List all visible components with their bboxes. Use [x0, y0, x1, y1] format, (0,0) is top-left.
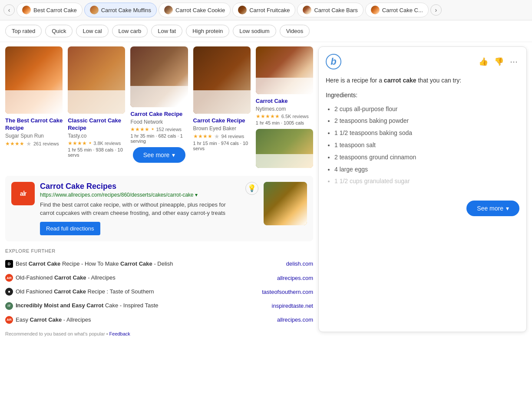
main-area: The Best Carrot Cake Recipe Sugar Spun R… [0, 42, 532, 336]
tab-label-best-carrot-cake: Best Carrot Cake [33, 7, 77, 13]
tab-icon-carrot-cake-c [371, 6, 380, 14]
review-count-4: 94 reviews [221, 134, 245, 139]
explore-domain-allrecipes-old: allrecipes.com [277, 275, 313, 281]
explore-domain-taste-southern: tasteofsouthern.com [262, 289, 313, 295]
tab-icon-carrot-cake-bars [303, 6, 311, 14]
recipe-meta-2: 1 hr 55 min · 938 cals · 10 servs [68, 147, 125, 158]
explore-icon-inspired-taste: IT [5, 302, 13, 310]
tab-icon-best-carrot-cake [22, 6, 31, 14]
tab-icon-carrot-cake-cookie [164, 6, 173, 14]
allrecipes-logo-text: aⅼr [20, 190, 26, 197]
explore-item-easy-carrot-cake[interactable]: AR Easy Carrot Cake - Allrecipes allreci… [5, 313, 313, 327]
read-directions-button[interactable]: Read full directions [40, 222, 100, 235]
filter-videos[interactable]: Videos [280, 25, 310, 37]
tab-prev-button[interactable]: ‹ [3, 4, 15, 16]
half-star-2: ★ [89, 141, 92, 145]
tab-next-button[interactable]: › [430, 4, 442, 16]
filter-low-cal[interactable]: Low cal [76, 25, 108, 37]
recipe-image-nytimes [256, 46, 313, 94]
explore-item-allrecipes-old-fashioned[interactable]: AR Old-Fashioned Carrot Cake - Allrecipe… [5, 271, 313, 285]
recipe-image-beb [193, 46, 251, 114]
tab-item-carrot-cake-bars[interactable]: Carrot Cake Bars [297, 3, 363, 17]
explore-icon-easy-carrot: AR [5, 316, 13, 324]
recipe-title-3: Carrot Cake Recipe [130, 111, 188, 118]
tab-item-carrot-cake-c[interactable]: Carrot Cake C... [365, 3, 429, 17]
filter-top-rated[interactable]: Top rated [5, 25, 42, 37]
see-more-button[interactable]: See more ▾ [133, 147, 186, 163]
tab-item-best-carrot-cake[interactable]: Best Carrot Cake [17, 3, 83, 17]
rating-row-3: ★★★★★ 152 reviews [130, 126, 188, 132]
explore-item-delish[interactable]: D Best Carrot Cake Recipe - How To Make … [5, 257, 313, 271]
recipe-source-2: Tasty.co [68, 133, 125, 139]
ai-panel: b 👍 👎 ⋯ Here is a recipe for a carrot ca… [318, 46, 527, 332]
review-count-3: 152 reviews [156, 127, 182, 132]
ai-ingredient-4: 2 teaspoons ground cinnamon [334, 152, 519, 163]
recipe-meta-3: 1 hr 35 min · 682 cals · 1 serving [130, 133, 188, 144]
feedback-link[interactable]: Feedback [109, 331, 130, 336]
filter-quick[interactable]: Quick [45, 25, 73, 37]
explore-text-inspired-taste: Incredibly Moist and Easy Carrot Cake - … [16, 302, 159, 309]
tab-label-carrot-fruitcake: Carrot Fruitcake [249, 7, 290, 13]
ai-actions: 👍 👎 ⋯ [477, 55, 519, 68]
recommendation-text: Recommended to you based on what's popul… [5, 331, 109, 336]
review-count-5: 6.5K reviews [281, 114, 309, 119]
tab-item-carrot-fruitcake[interactable]: Carrot Fruitcake [232, 3, 295, 17]
filter-high-protein[interactable]: High protein [186, 25, 229, 37]
recipe-image-best-carrot-cake [5, 46, 63, 114]
star-empty-1: ★ [26, 140, 32, 147]
recipe-card-food-network[interactable]: Carrot Cake Recipe Food Network ★★★★★ 15… [128, 46, 190, 171]
thumbup-icon: 👍 [479, 57, 488, 66]
frosting-overlay-5 [256, 78, 313, 95]
recipe-card-best-carrot-cake[interactable]: The Best Carrot Cake Recipe Sugar Spun R… [5, 46, 65, 171]
recipe-source-5: Nytimes.com [256, 106, 313, 112]
lightbulb-icon: 💡 [248, 184, 256, 192]
recommendation-note: Recommended to you based on what's popul… [5, 331, 313, 336]
star-empty-4: ★ [214, 133, 220, 140]
stars-2: ★★★★ [68, 140, 87, 146]
recipe-image-classic [68, 46, 125, 114]
tab-item-carrot-cake-cookie[interactable]: Carrot Cake Cookie [159, 3, 231, 17]
tab-icon-carrot-cake-muffins [90, 6, 99, 14]
recipe-title-4: Carrot Cake Recipe [193, 117, 251, 125]
tab-label-carrot-cake-cookie: Carrot Cake Cookie [175, 7, 225, 13]
ai-thumbdown-button[interactable]: 👎 [492, 55, 506, 68]
recipe-card-brown-eyed-baker[interactable]: Carrot Cake Recipe Brown Eyed Baker ★★★★… [191, 46, 253, 171]
ai-more-button[interactable]: ⋯ [508, 55, 519, 68]
explore-domain-delish: delish.com [286, 260, 313, 267]
ai-see-more-chevron-icon: ▾ [506, 205, 509, 212]
ai-ingredient-6: 1 1/2 cups granulated sugar [334, 176, 519, 187]
explore-link-easy-carrot: AR Easy Carrot Cake - Allrecipes [5, 316, 274, 324]
recipe-title-5: Carrot Cake [256, 98, 313, 105]
allrecipes-url: https://www.allrecipes.com/recipes/860/d… [40, 192, 240, 198]
recipe-title-1: The Best Carrot Cake Recipe [5, 117, 63, 132]
ai-see-more-label: See more [477, 205, 503, 212]
tab-item-carrot-cake-muffins[interactable]: Carrot Cake Muffins [84, 3, 157, 17]
frosting-overlay [5, 90, 63, 114]
lightbulb-button[interactable]: 💡 [245, 182, 258, 195]
allrecipes-thumbnail [264, 182, 307, 225]
filter-low-sodium[interactable]: Low sodium [233, 25, 276, 37]
ai-ingredients-list: 2 cups all-purpose flour 2 teaspoons bak… [326, 104, 519, 187]
stars-3: ★★★★ [130, 126, 149, 132]
explore-item-taste-southern[interactable]: ● Old Fashioned Carrot Cake Recipe : Tas… [5, 285, 313, 299]
allrecipes-title[interactable]: Carrot Cake Recipes [40, 182, 240, 191]
recipe-card-nytimes[interactable]: Carrot Cake Nytimes.com ★★★★★ 6.5K revie… [253, 46, 313, 171]
half-star-3: ★ [151, 127, 154, 131]
explore-link-allrecipes-old: AR Old-Fashioned Carrot Cake - Allrecipe… [5, 274, 274, 282]
frosting-overlay-3 [130, 86, 188, 107]
tab-label-carrot-cake-muffins: Carrot Cake Muffins [101, 7, 151, 13]
filter-low-fat[interactable]: Low fat [151, 25, 182, 37]
ai-ingredient-2: 1 1/2 teaspoons baking soda [334, 128, 519, 138]
explore-item-inspired-taste[interactable]: IT Incredibly Moist and Easy Carrot Cake… [5, 299, 313, 313]
explore-text-allrecipes-old: Old-Fashioned Carrot Cake - Allrecipes [16, 274, 116, 282]
recipe-meta-5: 1 hr 45 min · 1005 cals [256, 120, 313, 125]
explore-section: EXPLORE FURTHER D Best Carrot Cake Recip… [5, 248, 313, 336]
filter-low-carb[interactable]: Low carb [112, 25, 148, 37]
ai-panel-header: b 👍 👎 ⋯ [326, 54, 519, 69]
ai-content: Here is a recipe for a carrot cake that … [326, 76, 519, 187]
more-icon: ⋯ [510, 57, 518, 66]
recipe-card-classic-carrot-cake[interactable]: Classic Carrot Cake Recipe Tasty.co ★★★★… [65, 46, 128, 171]
ai-thumbup-button[interactable]: 👍 [477, 55, 490, 68]
allrecipes-url-arrow: ▾ [195, 192, 198, 198]
ai-see-more-button[interactable]: See more ▾ [466, 201, 519, 216]
